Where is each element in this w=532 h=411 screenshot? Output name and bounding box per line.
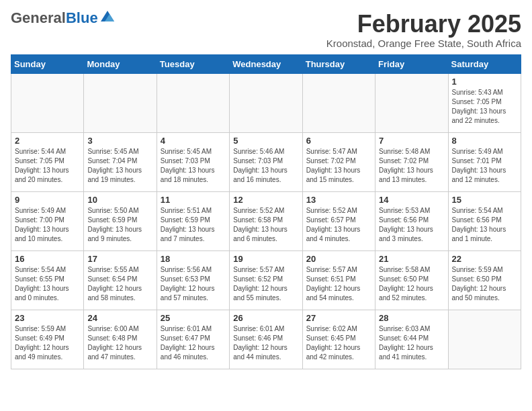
calendar-week-row: 23Sunrise: 5:59 AM Sunset: 6:49 PM Dayli… xyxy=(11,310,521,369)
day-number: 2 xyxy=(15,136,80,146)
calendar-cell: 15Sunrise: 5:54 AM Sunset: 6:56 PM Dayli… xyxy=(448,191,521,250)
day-info: Sunrise: 6:03 AM Sunset: 6:44 PM Dayligh… xyxy=(379,324,444,362)
calendar-week-row: 9Sunrise: 5:49 AM Sunset: 7:00 PM Daylig… xyxy=(11,191,521,250)
day-of-week-header: Thursday xyxy=(302,54,375,73)
day-number: 10 xyxy=(87,195,152,205)
calendar-cell: 10Sunrise: 5:50 AM Sunset: 6:59 PM Dayli… xyxy=(84,191,157,250)
day-info: Sunrise: 5:53 AM Sunset: 6:56 PM Dayligh… xyxy=(379,206,444,244)
day-number: 12 xyxy=(233,195,298,205)
month-title: February 2025 xyxy=(326,11,521,38)
day-of-week-header: Sunday xyxy=(11,54,84,73)
calendar-week-row: 2Sunrise: 5:44 AM Sunset: 7:05 PM Daylig… xyxy=(11,132,521,191)
day-info: Sunrise: 5:43 AM Sunset: 7:05 PM Dayligh… xyxy=(452,88,517,126)
calendar-cell: 1Sunrise: 5:43 AM Sunset: 7:05 PM Daylig… xyxy=(448,73,521,132)
calendar-cell: 2Sunrise: 5:44 AM Sunset: 7:05 PM Daylig… xyxy=(11,132,84,191)
calendar-cell: 25Sunrise: 6:01 AM Sunset: 6:47 PM Dayli… xyxy=(157,310,229,369)
day-number: 7 xyxy=(379,136,444,146)
day-info: Sunrise: 5:47 AM Sunset: 7:02 PM Dayligh… xyxy=(306,147,371,185)
day-info: Sunrise: 5:45 AM Sunset: 7:04 PM Dayligh… xyxy=(87,147,152,185)
day-info: Sunrise: 6:01 AM Sunset: 6:46 PM Dayligh… xyxy=(233,324,298,362)
day-number: 5 xyxy=(233,136,298,146)
day-number: 24 xyxy=(87,313,152,323)
page-header: GeneralBlue February 2025 Kroonstad, Ora… xyxy=(11,11,521,49)
day-info: Sunrise: 5:59 AM Sunset: 6:49 PM Dayligh… xyxy=(15,324,80,362)
day-info: Sunrise: 5:50 AM Sunset: 6:59 PM Dayligh… xyxy=(87,206,152,244)
day-info: Sunrise: 5:49 AM Sunset: 7:01 PM Dayligh… xyxy=(452,147,517,185)
day-info: Sunrise: 5:54 AM Sunset: 6:55 PM Dayligh… xyxy=(15,265,80,303)
day-info: Sunrise: 5:49 AM Sunset: 7:00 PM Dayligh… xyxy=(15,206,80,244)
day-number: 13 xyxy=(306,195,371,205)
day-info: Sunrise: 5:58 AM Sunset: 6:50 PM Dayligh… xyxy=(379,265,444,303)
calendar-cell: 14Sunrise: 5:53 AM Sunset: 6:56 PM Dayli… xyxy=(375,191,448,250)
day-number: 23 xyxy=(15,313,80,323)
calendar-cell: 20Sunrise: 5:57 AM Sunset: 6:51 PM Dayli… xyxy=(302,250,375,310)
day-number: 28 xyxy=(379,313,444,323)
day-of-week-header: Saturday xyxy=(448,54,521,73)
calendar-week-row: 1Sunrise: 5:43 AM Sunset: 7:05 PM Daylig… xyxy=(11,73,521,132)
day-info: Sunrise: 5:54 AM Sunset: 6:56 PM Dayligh… xyxy=(452,206,517,244)
calendar-cell: 6Sunrise: 5:47 AM Sunset: 7:02 PM Daylig… xyxy=(302,132,375,191)
day-info: Sunrise: 5:52 AM Sunset: 6:57 PM Dayligh… xyxy=(306,206,371,244)
day-info: Sunrise: 6:01 AM Sunset: 6:47 PM Dayligh… xyxy=(161,324,226,362)
calendar-cell: 23Sunrise: 5:59 AM Sunset: 6:49 PM Dayli… xyxy=(11,310,84,369)
calendar-cell xyxy=(448,310,521,369)
day-info: Sunrise: 6:02 AM Sunset: 6:45 PM Dayligh… xyxy=(306,324,371,362)
logo-blue-text: Blue xyxy=(66,9,98,26)
day-number: 4 xyxy=(161,136,226,146)
calendar-cell: 27Sunrise: 6:02 AM Sunset: 6:45 PM Dayli… xyxy=(302,310,375,369)
day-number: 16 xyxy=(15,254,80,264)
day-info: Sunrise: 5:59 AM Sunset: 6:50 PM Dayligh… xyxy=(452,265,517,303)
calendar-table: SundayMondayTuesdayWednesdayThursdayFrid… xyxy=(11,54,521,369)
location-text: Kroonstad, Orange Free State, South Afri… xyxy=(326,38,521,49)
calendar-cell: 22Sunrise: 5:59 AM Sunset: 6:50 PM Dayli… xyxy=(448,250,521,310)
day-number: 11 xyxy=(161,195,226,205)
calendar-cell: 8Sunrise: 5:49 AM Sunset: 7:01 PM Daylig… xyxy=(448,132,521,191)
day-info: Sunrise: 5:48 AM Sunset: 7:02 PM Dayligh… xyxy=(379,147,444,185)
calendar-cell: 12Sunrise: 5:52 AM Sunset: 6:58 PM Dayli… xyxy=(230,191,302,250)
day-info: Sunrise: 5:46 AM Sunset: 7:03 PM Dayligh… xyxy=(233,147,298,185)
calendar-cell xyxy=(302,73,375,132)
day-number: 8 xyxy=(452,136,517,146)
day-number: 1 xyxy=(452,77,517,87)
day-info: Sunrise: 5:44 AM Sunset: 7:05 PM Dayligh… xyxy=(15,147,80,185)
calendar-cell xyxy=(157,73,229,132)
day-number: 27 xyxy=(306,313,371,323)
day-number: 22 xyxy=(452,254,517,264)
day-number: 21 xyxy=(379,254,444,264)
day-number: 20 xyxy=(306,254,371,264)
day-info: Sunrise: 5:51 AM Sunset: 6:59 PM Dayligh… xyxy=(161,206,226,244)
logo-icon xyxy=(101,11,114,21)
calendar-cell: 13Sunrise: 5:52 AM Sunset: 6:57 PM Dayli… xyxy=(302,191,375,250)
calendar-cell: 26Sunrise: 6:01 AM Sunset: 6:46 PM Dayli… xyxy=(230,310,302,369)
day-number: 25 xyxy=(161,313,226,323)
day-number: 9 xyxy=(15,195,80,205)
day-info: Sunrise: 5:56 AM Sunset: 6:53 PM Dayligh… xyxy=(161,265,226,303)
calendar-cell: 5Sunrise: 5:46 AM Sunset: 7:03 PM Daylig… xyxy=(230,132,302,191)
calendar-cell xyxy=(375,73,448,132)
day-of-week-header: Friday xyxy=(375,54,448,73)
day-info: Sunrise: 5:57 AM Sunset: 6:51 PM Dayligh… xyxy=(306,265,371,303)
calendar-cell xyxy=(84,73,157,132)
logo-general-text: General xyxy=(11,9,66,26)
calendar-cell: 17Sunrise: 5:55 AM Sunset: 6:54 PM Dayli… xyxy=(84,250,157,310)
day-info: Sunrise: 6:00 AM Sunset: 6:48 PM Dayligh… xyxy=(87,324,152,362)
day-number: 3 xyxy=(87,136,152,146)
title-block: February 2025 Kroonstad, Orange Free Sta… xyxy=(326,11,521,49)
day-number: 14 xyxy=(379,195,444,205)
day-of-week-header: Tuesday xyxy=(157,54,229,73)
calendar-cell: 9Sunrise: 5:49 AM Sunset: 7:00 PM Daylig… xyxy=(11,191,84,250)
calendar-cell: 16Sunrise: 5:54 AM Sunset: 6:55 PM Dayli… xyxy=(11,250,84,310)
calendar-cell: 19Sunrise: 5:57 AM Sunset: 6:52 PM Dayli… xyxy=(230,250,302,310)
calendar-cell xyxy=(230,73,302,132)
day-number: 6 xyxy=(306,136,371,146)
day-number: 19 xyxy=(233,254,298,264)
day-info: Sunrise: 5:52 AM Sunset: 6:58 PM Dayligh… xyxy=(233,206,298,244)
day-of-week-header: Wednesday xyxy=(230,54,302,73)
calendar-cell: 11Sunrise: 5:51 AM Sunset: 6:59 PM Dayli… xyxy=(157,191,229,250)
calendar-cell: 3Sunrise: 5:45 AM Sunset: 7:04 PM Daylig… xyxy=(84,132,157,191)
day-number: 26 xyxy=(233,313,298,323)
day-number: 17 xyxy=(87,254,152,264)
calendar-cell: 21Sunrise: 5:58 AM Sunset: 6:50 PM Dayli… xyxy=(375,250,448,310)
calendar-cell: 28Sunrise: 6:03 AM Sunset: 6:44 PM Dayli… xyxy=(375,310,448,369)
calendar-cell xyxy=(11,73,84,132)
